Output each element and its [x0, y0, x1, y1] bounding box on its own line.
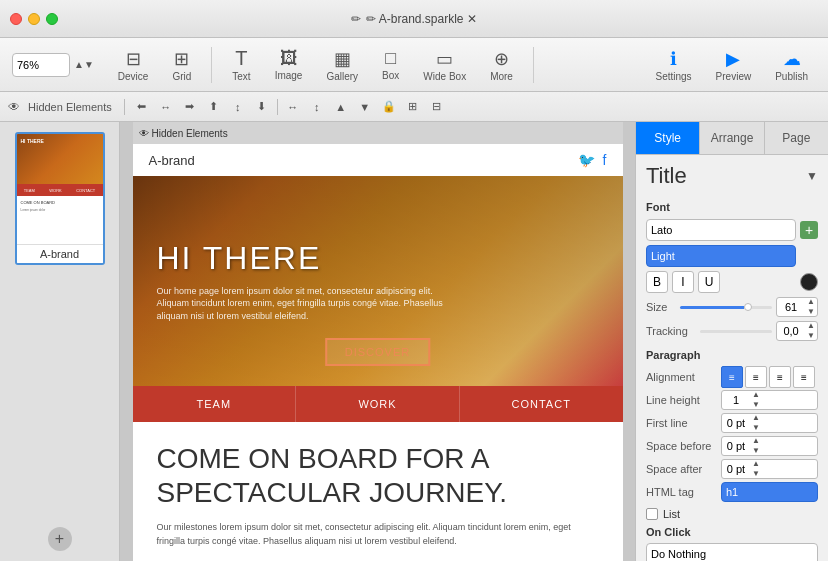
facebook-icon[interactable]: f	[603, 152, 607, 168]
first-line-decrement[interactable]: ▼	[750, 423, 762, 433]
add-page-button[interactable]: +	[48, 527, 72, 551]
settings-button[interactable]: ℹ Settings	[647, 44, 699, 86]
space-before-increment[interactable]: ▲	[750, 436, 762, 446]
tracking-decrement-btn[interactable]: ▼	[805, 331, 817, 341]
fullscreen-button[interactable]	[46, 13, 58, 25]
title-text: ✏ A-brand.sparkle ✕	[366, 12, 477, 26]
line-height-row: Line height 1 ▲ ▼	[646, 390, 818, 410]
image-icon: 🖼	[280, 48, 298, 69]
hero-body: Our home page lorem ipsum dolor sit met,…	[157, 285, 457, 323]
line-height-decrement[interactable]: ▼	[750, 400, 762, 410]
pencil-icon: ✏	[351, 12, 361, 26]
align-center-v-btn[interactable]: ↕	[227, 96, 249, 118]
zoom-select[interactable]: 76%	[12, 53, 70, 77]
space-after-buttons: ▲ ▼	[750, 459, 762, 479]
align-center-h-btn[interactable]: ↔	[155, 96, 177, 118]
space-before-stepper: 0 pt ▲ ▼	[721, 436, 818, 456]
alignment-label: Alignment	[646, 371, 721, 383]
site-header: A-brand 🐦 f	[133, 144, 623, 176]
underline-button[interactable]: U	[698, 271, 720, 293]
line-height-increment[interactable]: ▲	[750, 390, 762, 400]
space-before-label: Space before	[646, 440, 721, 452]
grid-button[interactable]: ⊞ Grid	[164, 44, 199, 86]
box-label: Box	[382, 70, 399, 81]
first-line-buttons: ▲ ▼	[750, 413, 762, 433]
space-after-label: Space after	[646, 463, 721, 475]
line-height-value: 1	[722, 394, 750, 406]
size-label: Size	[646, 301, 676, 313]
html-tag-label: HTML tag	[646, 486, 721, 498]
close-button[interactable]	[10, 13, 22, 25]
list-checkbox[interactable]	[646, 508, 658, 520]
flip-h-btn[interactable]: ↔	[282, 96, 304, 118]
lock-btn[interactable]: 🔒	[378, 96, 400, 118]
font-name-row: Lato +	[646, 219, 818, 241]
panel-tabs: Style Arrange Page	[636, 122, 828, 155]
tab-arrange[interactable]: Arrange	[700, 122, 764, 154]
preview-button[interactable]: ▶ Preview	[708, 44, 760, 86]
ungroup-btn[interactable]: ⊟	[426, 96, 448, 118]
add-font-button[interactable]: +	[800, 221, 818, 239]
hidden-elements-bar: 👁 Hidden Elements	[133, 122, 623, 144]
widebox-button[interactable]: ▭ Wide Box	[415, 44, 474, 86]
discover-button[interactable]: DISCOVER	[325, 338, 430, 366]
align-top-btn[interactable]: ⬆	[203, 96, 225, 118]
nav-contact[interactable]: CONTACT	[460, 386, 623, 422]
font-name-select[interactable]: Lato	[646, 219, 796, 241]
html-tag-select[interactable]: h1	[721, 482, 818, 502]
font-weight-select[interactable]: Light	[646, 245, 796, 267]
alignment-row: Alignment ≡ ≡ ≡ ≡	[646, 367, 818, 387]
first-line-label: First line	[646, 417, 721, 429]
first-line-increment[interactable]: ▲	[750, 413, 762, 423]
space-after-increment[interactable]: ▲	[750, 459, 762, 469]
onclick-select[interactable]: Do Nothing	[646, 543, 818, 561]
flip-v-btn[interactable]: ↕	[306, 96, 328, 118]
image-button[interactable]: 🖼 Image	[267, 44, 311, 85]
tracking-slider[interactable]	[700, 330, 772, 333]
twitter-icon[interactable]: 🐦	[578, 152, 595, 168]
minimize-button[interactable]	[28, 13, 40, 25]
align-left-button[interactable]: ≡	[721, 366, 743, 388]
bring-front-btn[interactable]: ▲	[330, 96, 352, 118]
tab-page[interactable]: Page	[765, 122, 828, 154]
bold-button[interactable]: B	[646, 271, 668, 293]
html-tag-row: HTML tag h1	[646, 482, 818, 502]
hero-section: HI THERE Our home page lorem ipsum dolor…	[133, 176, 623, 386]
publish-button[interactable]: ☁ Publish	[767, 44, 816, 86]
space-before-value: 0 pt	[722, 440, 750, 452]
align-justify-button[interactable]: ≡	[793, 366, 815, 388]
nav-work[interactable]: WORK	[296, 386, 460, 422]
device-button[interactable]: ⊟ Device	[110, 44, 157, 86]
gallery-button[interactable]: ▦ Gallery	[318, 44, 366, 86]
pages-sidebar: HI THERE TEAM WORK CONTACT COME ON BOARD…	[0, 122, 120, 561]
publish-icon: ☁	[783, 48, 801, 70]
box-button[interactable]: □ Box	[374, 44, 407, 85]
grid-label: Grid	[172, 71, 191, 82]
tracking-increment-btn[interactable]: ▲	[805, 321, 817, 331]
align-left-btn[interactable]: ⬅	[131, 96, 153, 118]
size-increment-btn[interactable]: ▲	[805, 297, 817, 307]
sub-separator-2	[277, 99, 278, 115]
send-back-btn[interactable]: ▼	[354, 96, 376, 118]
italic-button[interactable]: I	[672, 271, 694, 293]
tab-style[interactable]: Style	[636, 122, 700, 154]
space-after-decrement[interactable]: ▼	[750, 469, 762, 479]
zoom-arrow: ▲▼	[74, 59, 94, 70]
page-thumbnail[interactable]: HI THERE TEAM WORK CONTACT COME ON BOARD…	[15, 132, 105, 265]
text-button[interactable]: T Text	[224, 43, 258, 86]
align-right-button[interactable]: ≡	[769, 366, 791, 388]
align-bottom-btn[interactable]: ⬇	[251, 96, 273, 118]
social-links: 🐦 f	[578, 152, 607, 168]
dropdown-arrow-icon[interactable]: ▼	[806, 169, 818, 183]
text-color-swatch[interactable]	[800, 273, 818, 291]
line-height-stepper: 1 ▲ ▼	[721, 390, 818, 410]
size-decrement-btn[interactable]: ▼	[805, 307, 817, 317]
space-before-decrement[interactable]: ▼	[750, 446, 762, 456]
size-slider[interactable]	[680, 306, 772, 309]
align-right-btn[interactable]: ➡	[179, 96, 201, 118]
group-btn[interactable]: ⊞	[402, 96, 424, 118]
toolbar-right: ℹ Settings ▶ Preview ☁ Publish	[647, 44, 816, 86]
align-center-button[interactable]: ≡	[745, 366, 767, 388]
nav-team[interactable]: TEAM	[133, 386, 297, 422]
more-button[interactable]: ⊕ More	[482, 44, 521, 86]
